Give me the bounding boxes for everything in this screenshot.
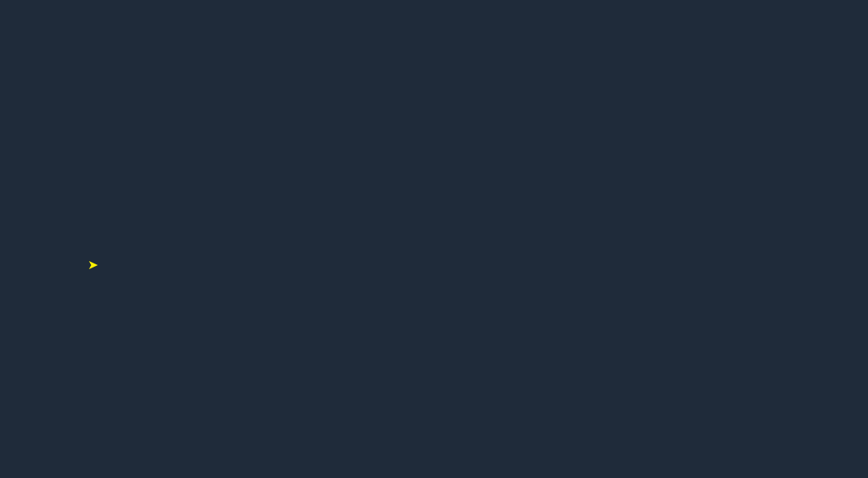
funnel-chart <box>0 0 868 478</box>
